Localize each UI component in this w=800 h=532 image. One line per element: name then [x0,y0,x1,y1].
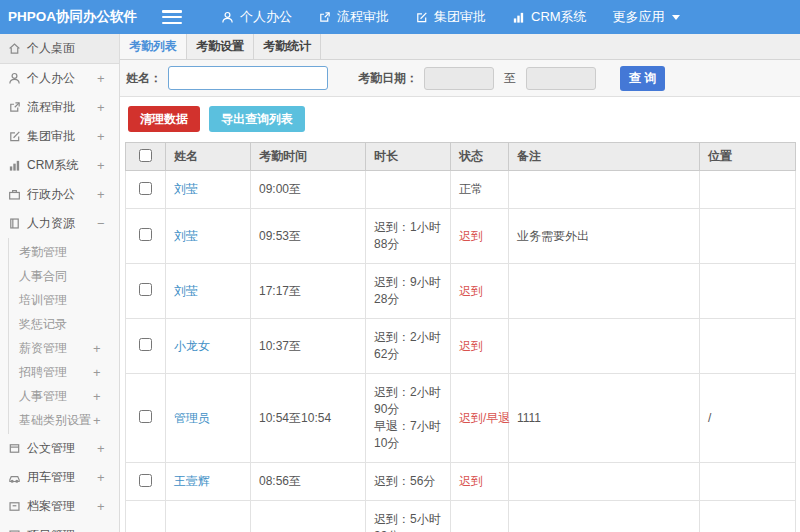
sidebar-item-10[interactable]: 项目管理+ [0,521,119,532]
action-bar: 清理数据 导出查询列表 [120,97,800,142]
select-all-checkbox[interactable] [139,149,152,162]
caret-down-icon [672,15,680,20]
column-header: 备注 [509,143,700,171]
tab-3[interactable]: 考勤统计 [254,34,321,59]
expand-toggle-icon[interactable]: + [97,129,119,144]
expand-toggle-icon[interactable]: + [97,528,119,532]
cell-location: / [700,501,796,532]
cell-name: 刘莹 [166,171,251,209]
cell-duration: 迟到：9小时28分 [366,264,451,319]
expand-toggle-icon[interactable]: + [93,365,119,380]
briefcase-icon [8,188,21,201]
expand-toggle-icon[interactable]: + [93,341,119,356]
employee-name-link[interactable]: 刘莹 [174,229,198,243]
employee-name-link[interactable]: 管理员 [174,411,210,425]
car-icon [8,471,21,484]
cell-status: 迟到/早退 [451,501,509,532]
sidebar-subitem-5[interactable]: 薪资管理+ [9,336,119,360]
cell-name: 刘莹 [166,209,251,264]
sidebar-subitem-4[interactable]: 奖惩记录 [9,312,119,336]
row-checkbox[interactable] [139,182,152,195]
employee-name-link[interactable]: 刘莹 [174,182,198,196]
export-list-button[interactable]: 导出查询列表 [209,106,305,132]
column-header: 姓名 [166,143,251,171]
tab-2[interactable]: 考勤设置 [187,34,254,59]
cell-time: 08:56至 [251,463,366,501]
topnav-label: 集团审批 [434,8,486,26]
topnav-item-4[interactable]: CRM系统 [499,0,600,34]
sidebar-subitem-7[interactable]: 人事管理+ [9,384,119,408]
sidebar-item-4[interactable]: CRM系统+ [0,151,119,180]
column-header: 位置 [700,143,796,171]
date-to-input[interactable] [526,67,596,90]
sidebar-item-8[interactable]: 用车管理+ [0,463,119,492]
cell-duration: 迟到：56分 [366,463,451,501]
cell-location: / [700,374,796,463]
cell-time: 13:20至13:20 [251,501,366,532]
row-checkbox[interactable] [139,228,152,241]
expand-toggle-icon[interactable]: + [97,187,119,202]
sidebar-subitem-1[interactable]: 考勤管理 [9,240,119,264]
sidebar-item-label: 用车管理 [27,469,97,486]
sidebar-item-7[interactable]: 公文管理+ [0,434,119,463]
row-checkbox[interactable] [139,474,152,487]
name-filter-input[interactable] [168,66,328,90]
employee-name-link[interactable]: 王壹辉 [174,474,210,488]
expand-toggle-icon[interactable]: + [97,100,119,115]
date-from-input[interactable] [424,67,494,90]
topnav-item-3[interactable]: 集团审批 [402,0,499,34]
sidebar-item-5[interactable]: 行政办公+ [0,180,119,209]
top-navbar: PHPOA协同办公软件 个人办公流程审批集团审批CRM系统更多应用 [0,0,800,34]
employee-name-link[interactable]: 刘莹 [174,284,198,298]
expand-toggle-icon[interactable]: + [93,389,119,404]
expand-toggle-icon[interactable]: + [97,470,119,485]
sidebar-item-2[interactable]: 流程审批+ [0,93,119,122]
sidebar-item-desktop[interactable]: 个人桌面 [0,34,119,64]
cell-status: 迟到 [451,319,509,374]
cell-name: 小龙女 [166,319,251,374]
sidebar-subitem-2[interactable]: 人事合同 [9,264,119,288]
sidebar-item-6[interactable]: 人力资源− [0,209,119,238]
expand-toggle-icon[interactable]: + [97,499,119,514]
archive-icon [8,500,21,513]
cell-note [509,171,700,209]
cell-note [509,264,700,319]
topnav-item-5[interactable]: 更多应用 [600,0,693,34]
user-icon [8,72,21,85]
sidebar-subitem-8[interactable]: 基础类别设置+ [9,408,119,432]
expand-toggle-icon[interactable]: + [97,441,119,456]
sidebar-item-1[interactable]: 个人办公+ [0,64,119,93]
sidebar-subitem-6[interactable]: 招聘管理+ [9,360,119,384]
sidebar: 个人桌面 个人办公+流程审批+集团审批+CRM系统+行政办公+人力资源−考勤管理… [0,34,120,532]
tab-1[interactable]: 考勤列表 [120,34,187,59]
topnav-item-1[interactable]: 个人办公 [208,0,305,34]
attendance-table-wrap: 姓名考勤时间时长状态备注位置 刘莹09:00至正常刘莹09:53至迟到：1小时8… [120,142,800,532]
table-row: 刘莹17:17至迟到：9小时28分迟到 [126,264,796,319]
sidebar-item-9[interactable]: 档案管理+ [0,492,119,521]
expand-toggle-icon[interactable]: + [93,413,119,428]
topnav-label: 更多应用 [613,8,665,26]
cell-name: 管理员 [166,374,251,463]
sidebar-item-3[interactable]: 集团审批+ [0,122,119,151]
clean-data-button[interactable]: 清理数据 [128,106,200,132]
expand-toggle-icon[interactable]: + [97,71,119,86]
sidebar-subitem-3[interactable]: 培训管理 [9,288,119,312]
app-window: PHPOA协同办公软件 个人办公流程审批集团审批CRM系统更多应用 个人桌面 个… [0,0,800,532]
expand-toggle-icon[interactable]: + [97,158,119,173]
topnav-item-2[interactable]: 流程审批 [305,0,402,34]
row-checkbox[interactable] [139,338,152,351]
cell-location [700,171,796,209]
table-row: 管理员10:54至10:54迟到：2小时90分 早退：7小时10分迟到/早退11… [126,374,796,463]
expand-toggle-icon[interactable]: − [97,216,119,231]
cell-location [700,319,796,374]
app-logo: PHPOA协同办公软件 [0,8,162,26]
top-nav-menu: 个人办公流程审批集团审批CRM系统更多应用 [208,0,693,34]
cell-status: 迟到/早退 [451,374,509,463]
sidebar-submenu: 考勤管理人事合同培训管理奖惩记录薪资管理+招聘管理+人事管理+基础类别设置+ [8,238,119,434]
row-checkbox[interactable] [139,410,152,423]
row-checkbox[interactable] [139,283,152,296]
employee-name-link[interactable]: 小龙女 [174,339,210,353]
menu-toggle-icon[interactable] [162,10,182,24]
search-button[interactable]: 查 询 [620,66,665,91]
doc-icon [8,442,21,455]
